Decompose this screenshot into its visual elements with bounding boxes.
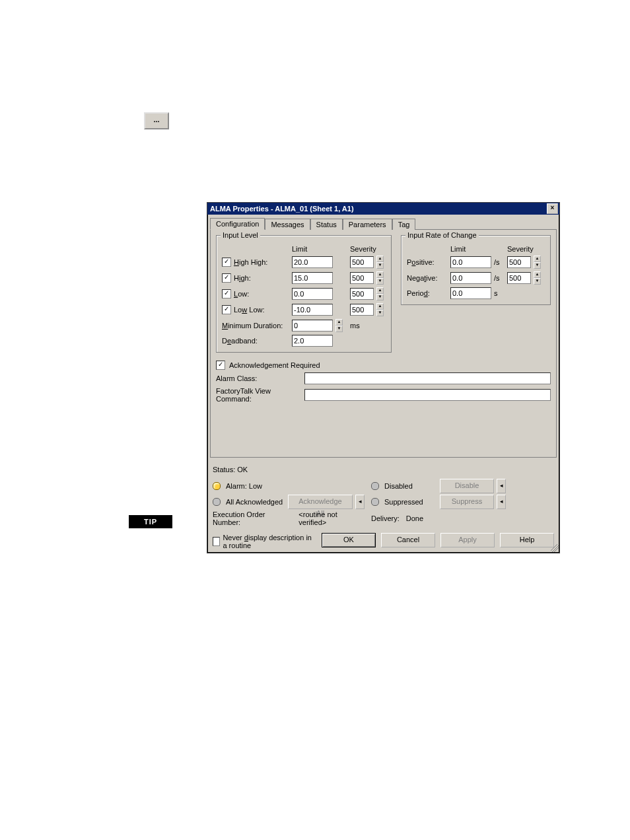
tab-status[interactable]: Status [310, 219, 343, 230]
roc-sev-header: Severity [507, 245, 530, 253]
high-severity[interactable] [350, 272, 374, 284]
high-high-label: High High: [234, 258, 267, 266]
tab-messages[interactable]: Messages [265, 219, 310, 230]
high-high-limit[interactable] [292, 256, 333, 268]
exec-order-label: Execution Order Number: [213, 510, 292, 526]
ok-button[interactable]: OK [322, 533, 376, 547]
input-level-legend: Input Level [221, 231, 260, 239]
negative-severity[interactable] [507, 272, 531, 284]
positive-unit: /s [494, 258, 503, 266]
ack-dot-icon [213, 498, 221, 506]
min-duration-stepper[interactable]: ▲▼ [335, 319, 343, 332]
low-low-label: Low Low: [234, 306, 265, 314]
low-low-checkbox[interactable] [222, 305, 231, 314]
close-icon: × [551, 204, 555, 211]
tab-tag[interactable]: Tag [392, 219, 416, 230]
high-high-checkbox[interactable] [222, 258, 231, 267]
low-checkbox[interactable] [222, 289, 231, 298]
low-limit[interactable] [292, 288, 333, 300]
disabled-label: Disabled [384, 482, 437, 490]
negative-label: Negative: [407, 274, 446, 282]
min-duration-label: Minimum Duration: [222, 322, 288, 330]
suppress-arrow[interactable]: ◂ [497, 495, 506, 509]
input-level-group: Input Level Limit Severity High High: [216, 235, 392, 353]
deadband-input[interactable] [292, 335, 333, 347]
suppressed-dot-icon [371, 498, 379, 506]
positive-severity[interactable] [507, 256, 531, 268]
low-label: Low: [234, 290, 249, 298]
never-display-label: Never display description in a routine [223, 534, 316, 549]
high-label: High: [234, 274, 251, 282]
tabstrip: Configuration Messages Status Parameters… [207, 215, 559, 229]
deadband-label: Deadband: [222, 337, 288, 345]
roc-group: Input Rate of Change Limit Severity Posi… [401, 235, 551, 305]
high-checkbox[interactable] [222, 273, 231, 283]
all-ack-label: All Acknowledged [226, 498, 285, 506]
dialog-title: ALMA Properties - ALMA_01 (Sheet 1, A1) [210, 205, 354, 213]
low-sev-stepper[interactable]: ▲▼ [376, 287, 384, 300]
close-button[interactable]: × [547, 203, 558, 214]
high-sev-stepper[interactable]: ▲▼ [376, 271, 384, 285]
alarm-state: Alarm: Low [226, 482, 262, 490]
bottom-grid: Alarm: Low Disabled Disable ◂ All Acknow… [207, 476, 559, 529]
high-high-severity[interactable] [350, 256, 374, 268]
alarm-class-input[interactable] [304, 372, 551, 384]
status-ok: Status: OK [213, 466, 554, 473]
severity-header: Severity [350, 245, 372, 253]
min-duration-input[interactable] [292, 320, 333, 332]
negative-unit: /s [494, 274, 503, 282]
roc-limit-header: Limit [450, 245, 490, 253]
never-display-checkbox[interactable] [213, 537, 220, 546]
period-label: Period: [407, 289, 446, 297]
suppressed-label: Suppressed [384, 498, 437, 506]
ack-all-arrow[interactable]: ◂ [355, 495, 365, 509]
tab-parameters[interactable]: Parameters [343, 219, 392, 230]
period-input[interactable] [450, 287, 491, 299]
period-unit: s [494, 289, 503, 297]
positive-label: Positive: [407, 258, 446, 266]
alarm-dot-icon [213, 482, 221, 490]
ellipsis-button[interactable]: ... [144, 112, 169, 129]
low-low-sev-stepper[interactable]: ▲▼ [376, 303, 384, 316]
high-limit[interactable] [292, 272, 333, 284]
ftview-cmd-label: FactoryTalk View Command: [216, 387, 300, 403]
delivery-value: Done [406, 514, 423, 522]
high-high-sev-stepper[interactable]: ▲▼ [376, 256, 384, 269]
positive-limit[interactable] [450, 256, 491, 268]
apply-button[interactable]: Apply [440, 533, 495, 547]
disabled-dot-icon [371, 482, 379, 490]
alarm-class-label: Alarm Class: [216, 374, 300, 382]
low-low-severity[interactable] [350, 304, 374, 316]
status-block: Status: OK [207, 460, 559, 473]
negative-sev-stepper[interactable]: ▲▼ [534, 271, 541, 285]
ack-required-label: Acknowledgement Required [229, 361, 320, 369]
tip-badge: TIP [129, 515, 172, 528]
limit-header: Limit [292, 245, 332, 253]
delivery-label: Delivery: [371, 514, 400, 522]
ftview-cmd-input[interactable] [304, 389, 551, 401]
disable-button[interactable]: Disable [440, 479, 494, 493]
low-severity[interactable] [350, 288, 374, 300]
tab-configuration[interactable]: Configuration [210, 218, 265, 230]
ack-required-checkbox[interactable] [216, 361, 225, 370]
ack-all-button[interactable]: Acknowledge All [288, 495, 353, 509]
min-duration-unit: ms [350, 322, 386, 330]
low-low-limit[interactable] [292, 304, 333, 316]
suppress-button[interactable]: Suppress [440, 495, 494, 509]
resize-grip-icon[interactable] [551, 544, 559, 552]
roc-legend: Input Rate of Change [405, 231, 479, 239]
help-button[interactable]: Help [500, 533, 554, 547]
negative-limit[interactable] [450, 272, 491, 284]
cancel-button[interactable]: Cancel [381, 533, 435, 547]
alma-properties-dialog: ALMA Properties - ALMA_01 (Sheet 1, A1) … [207, 202, 560, 553]
positive-sev-stepper[interactable]: ▲▼ [534, 256, 541, 269]
config-panel: Input Level Limit Severity High High: [210, 229, 557, 458]
titlebar: ALMA Properties - ALMA_01 (Sheet 1, A1) … [207, 203, 559, 215]
disable-arrow[interactable]: ◂ [497, 479, 506, 493]
exec-order-value: <routine not verified> [298, 510, 365, 526]
